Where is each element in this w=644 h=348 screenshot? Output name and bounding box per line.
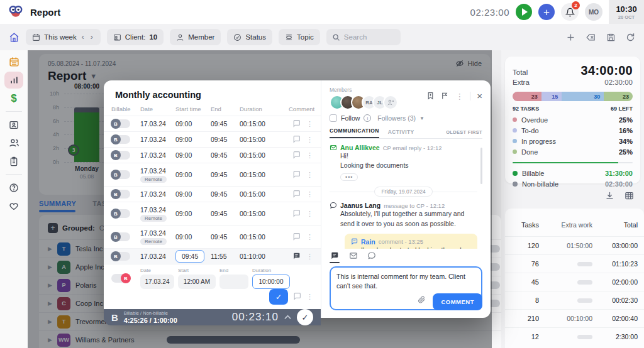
tab-activity[interactable]: ACTIVITY — [388, 129, 414, 138]
modal-menu-button[interactable]: ⋮ — [455, 92, 464, 101]
notifications-button[interactable]: 2 — [561, 3, 579, 21]
compose-tab-internal-comment[interactable] — [330, 251, 340, 263]
search-box[interactable] — [326, 29, 401, 45]
prev-week-button[interactable]: ‹ — [80, 33, 86, 41]
bookmark-button[interactable] — [426, 92, 435, 100]
row-menu-button[interactable]: ⋮ — [306, 190, 313, 198]
billable-toggle[interactable]: B — [111, 232, 130, 241]
time-entry-row[interactable]: B17.03.2409:0009:4500:15:00⋮ — [104, 147, 321, 163]
start-cell[interactable]: 09:00 — [175, 136, 211, 143]
end-cell[interactable]: 09:45 — [211, 120, 240, 128]
row-menu-button[interactable]: ⋮ — [306, 171, 313, 179]
comment-input[interactable]: This is internal comment for my team. Cl… — [330, 266, 482, 310]
comment-button[interactable] — [292, 119, 301, 129]
time-entry-row[interactable]: B17.03.2409:0009:4500:15:00⋮ — [104, 131, 321, 147]
attach-file-button[interactable] — [418, 295, 426, 303]
chevron-down-icon[interactable]: ▼ — [419, 116, 425, 121]
comment-button[interactable] — [292, 170, 301, 180]
client-filter[interactable]: Client: 10 — [107, 29, 164, 45]
sidebar-item-help[interactable] — [4, 179, 23, 196]
table-view-button[interactable] — [625, 191, 634, 200]
new-entry-start-input[interactable]: 12:00 AM — [178, 275, 216, 289]
sidebar-item-finance[interactable]: $ — [4, 90, 23, 107]
messages-scrollbar[interactable] — [480, 148, 482, 184]
next-week-button[interactable]: › — [89, 33, 94, 41]
start-time-input[interactable]: 09:45 — [175, 250, 204, 263]
time-entry-row[interactable]: B17.03.2409:0009:4500:15:00⋮ — [104, 116, 321, 131]
row-menu-button[interactable]: ⋮ — [306, 233, 313, 241]
sort-order-button[interactable]: OLDEST FIRST — [446, 129, 482, 138]
row-menu-button[interactable]: ⋮ — [306, 120, 313, 128]
time-entry-row[interactable]: B17.03.2409:4511:5501:10:00⋮ — [104, 248, 321, 264]
row-menu-button[interactable]: ⋮ — [306, 136, 313, 144]
submit-comment-button[interactable]: COMMENT — [433, 293, 482, 310]
time-entry-row[interactable]: B17.03.24Remote09:0009:4500:15:00⋮ — [104, 163, 321, 186]
add-new-button[interactable]: + — [538, 4, 555, 20]
comment-button[interactable] — [292, 190, 301, 199]
end-cell[interactable]: 09:45 — [211, 190, 240, 198]
row-menu-button[interactable]: ⋮ — [306, 210, 313, 218]
billable-toggle-on[interactable]: B — [111, 274, 130, 283]
start-cell[interactable]: 09:45 — [175, 250, 211, 263]
end-cell[interactable]: 09:45 — [211, 136, 240, 143]
home-button[interactable] — [9, 32, 19, 43]
sidebar-item-team[interactable] — [4, 134, 23, 151]
comment-button[interactable] — [292, 252, 301, 261]
billable-toggle[interactable]: B — [111, 209, 130, 218]
billable-toggle[interactable]: B — [111, 170, 130, 179]
week-filter[interactable]: This week ‹ › — [26, 29, 101, 45]
start-cell[interactable]: 09:00 — [175, 190, 211, 198]
chevron-up-icon[interactable] — [284, 315, 291, 320]
billable-toggle[interactable]: B — [111, 119, 130, 128]
new-entry-end-input[interactable] — [219, 275, 248, 289]
sidebar-item-reports[interactable] — [4, 72, 23, 89]
flag-button[interactable] — [441, 92, 449, 100]
refresh-button[interactable] — [626, 33, 635, 42]
end-cell[interactable]: 09:45 — [211, 151, 240, 159]
topic-filter[interactable]: Topic — [279, 29, 320, 45]
start-cell[interactable]: 09:00 — [175, 210, 211, 217]
new-entry-duration-input[interactable]: 10:00:00 — [252, 275, 290, 289]
compose-tab-email[interactable] — [349, 251, 358, 263]
time-entry-row[interactable]: B17.03.24Remote09:0009:4500:15:00⋮ — [104, 225, 321, 248]
start-cell[interactable]: 09:00 — [175, 151, 211, 159]
tab-communication[interactable]: COMMUNICATION — [330, 128, 379, 138]
row-menu-button[interactable]: ⋮ — [306, 151, 313, 160]
info-icon[interactable]: i — [364, 114, 371, 122]
sidebar-item-calendar[interactable] — [4, 53, 23, 70]
sidebar-item-favorites[interactable] — [4, 197, 23, 214]
end-cell[interactable]: 09:45 — [211, 171, 240, 178]
billable-toggle[interactable]: B — [111, 190, 130, 198]
member-filter[interactable]: Member — [170, 29, 221, 45]
start-cell[interactable]: 09:00 — [175, 233, 211, 241]
download-button[interactable] — [605, 191, 614, 200]
comment-button[interactable] — [292, 135, 301, 144]
time-entry-row[interactable]: B17.03.24Remote09:0009:4500:15:00⋮ — [104, 202, 321, 225]
billable-toggle[interactable]: B — [111, 135, 130, 144]
search-input[interactable] — [344, 33, 394, 41]
comment-button[interactable] — [292, 209, 301, 219]
play-timer-button[interactable] — [516, 4, 532, 20]
billable-toggle[interactable]: B — [111, 151, 130, 160]
row-menu-button[interactable]: ⋮ — [306, 253, 313, 261]
message-more-button[interactable]: ••• — [340, 173, 358, 181]
billable-toggle[interactable]: B — [111, 252, 130, 261]
end-cell[interactable]: 11:55 — [211, 253, 240, 260]
compose-tab-message[interactable] — [367, 251, 376, 263]
end-cell[interactable]: 09:45 — [211, 210, 240, 217]
follow-checkbox[interactable] — [330, 114, 337, 122]
start-cell[interactable]: 09:00 — [175, 120, 211, 128]
followers-label[interactable]: Followers (3) — [377, 114, 416, 122]
user-avatar[interactable]: MO — [585, 3, 602, 21]
save-view-button[interactable] — [606, 33, 616, 42]
comment-button[interactable] — [292, 232, 301, 242]
new-entry-date-input[interactable]: 17.03.24 — [140, 275, 174, 289]
clear-filters-button[interactable] — [586, 33, 596, 42]
close-modal-button[interactable]: × — [477, 92, 482, 101]
row-menu-button[interactable]: ⋮ — [306, 293, 313, 301]
comment-button[interactable] — [293, 291, 301, 303]
sidebar-item-tasks[interactable] — [4, 153, 23, 170]
comment-button[interactable] — [292, 151, 301, 160]
status-filter[interactable]: Status — [227, 29, 272, 45]
end-cell[interactable]: 09:45 — [211, 233, 240, 241]
